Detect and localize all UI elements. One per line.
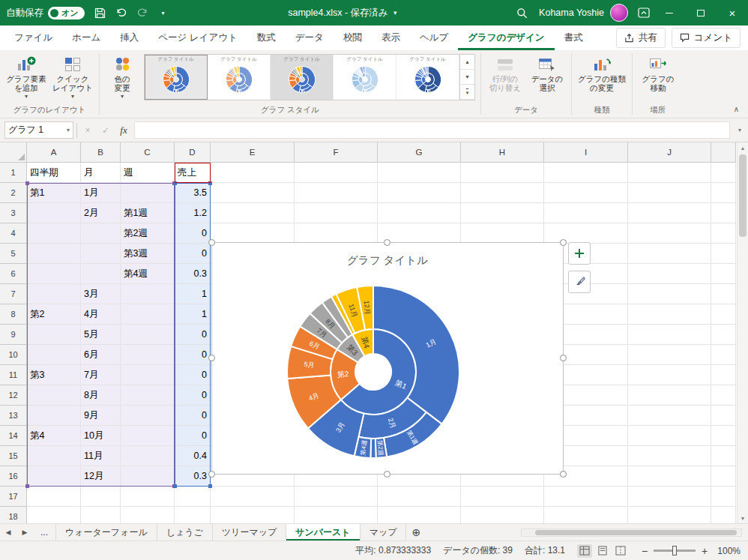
grid-cell[interactable] xyxy=(211,507,295,523)
grid-cell[interactable] xyxy=(711,284,736,304)
column-header[interactable]: H xyxy=(461,142,544,163)
row-header[interactable]: 18 xyxy=(0,507,27,523)
grid-cell[interactable] xyxy=(121,345,175,365)
chart-styles-button[interactable] xyxy=(568,271,591,293)
quick-layout-button[interactable]: クイック レイアウト ▾ xyxy=(49,52,96,102)
name-box[interactable]: グラフ 1 ▾ xyxy=(4,121,73,139)
grid-cell[interactable]: 売上 xyxy=(175,163,211,183)
ribbon-tab[interactable]: 校閲 xyxy=(334,25,372,50)
ribbon-tab[interactable]: グラフのデザイン xyxy=(458,25,554,50)
chart-title[interactable]: グラフ タイトル xyxy=(212,253,563,268)
grid-cell[interactable] xyxy=(628,365,711,385)
grid-cell[interactable]: 第3 xyxy=(27,365,81,385)
gallery-scroll-up-button[interactable]: ▲ xyxy=(460,55,474,70)
grid-cell[interactable] xyxy=(295,183,378,203)
sheet-tab[interactable]: サンバースト xyxy=(286,524,360,541)
collapse-ribbon-button[interactable]: ∧ xyxy=(734,105,739,113)
grid-cell[interactable]: 1月 xyxy=(81,183,121,203)
column-header[interactable]: G xyxy=(378,142,461,163)
chart-object[interactable]: グラフ タイトル 第11月2月第1週第2週第4週3月第24月5月6月第37月8月… xyxy=(211,242,564,475)
grid-cell[interactable] xyxy=(711,223,736,244)
row-header[interactable]: 17 xyxy=(0,487,27,507)
sheet-tab[interactable]: しょうご xyxy=(157,524,213,541)
grid-cell[interactable]: 0 xyxy=(175,345,211,365)
ribbon-tab[interactable]: データ xyxy=(286,25,334,50)
grid-cell[interactable] xyxy=(628,304,711,325)
grid-cell[interactable]: 8月 xyxy=(81,385,121,406)
formula-input[interactable] xyxy=(134,121,730,139)
view-page-break-button[interactable] xyxy=(613,544,628,558)
grid-cell[interactable]: 0.3 xyxy=(175,466,211,487)
grid-cell[interactable] xyxy=(27,507,81,523)
chart-style-option[interactable]: グラフ タイトル xyxy=(145,55,208,100)
maximize-button[interactable] xyxy=(685,0,717,25)
column-header[interactable]: A xyxy=(27,142,81,163)
sheet-tab[interactable]: ツリーマップ xyxy=(213,524,286,541)
grid-cell[interactable] xyxy=(544,163,628,183)
grid-cell[interactable] xyxy=(121,487,175,507)
row-header[interactable]: 13 xyxy=(0,406,27,426)
user-name[interactable]: Kohama Yoshie xyxy=(539,7,604,18)
chart-style-option[interactable]: グラフ タイトル xyxy=(271,55,334,100)
grid-cell[interactable] xyxy=(211,487,295,507)
grid-cell[interactable] xyxy=(711,487,736,507)
zoom-slider[interactable] xyxy=(654,550,696,552)
chart-resize-handle[interactable] xyxy=(208,355,215,361)
grid-cell[interactable] xyxy=(27,223,81,244)
grid-cell[interactable] xyxy=(378,487,461,507)
grid-cell[interactable] xyxy=(711,365,736,385)
column-header[interactable]: E xyxy=(211,142,295,163)
grid-cell[interactable] xyxy=(711,507,736,523)
save-button[interactable] xyxy=(91,3,110,22)
grid-cell[interactable]: 0 xyxy=(175,385,211,406)
grid-cell[interactable]: 週 xyxy=(121,163,175,183)
avatar[interactable] xyxy=(610,4,628,22)
grid-cell[interactable] xyxy=(295,507,378,523)
zoom-in-button[interactable]: + xyxy=(700,545,709,557)
ribbon-tab[interactable]: 挿入 xyxy=(110,25,148,50)
ribbon-tab[interactable]: 表示 xyxy=(372,25,410,50)
grid-cell[interactable] xyxy=(27,345,81,365)
grid-cell[interactable] xyxy=(461,487,544,507)
column-header[interactable]: J xyxy=(628,142,711,163)
grid-cell[interactable] xyxy=(27,203,81,223)
column-header[interactable] xyxy=(711,142,736,163)
grid-cell[interactable] xyxy=(711,203,736,223)
grid-cell[interactable] xyxy=(544,223,628,244)
grid-cell[interactable]: 0 xyxy=(175,365,211,385)
grid-cell[interactable] xyxy=(461,183,544,203)
grid-cell[interactable] xyxy=(211,203,295,223)
grid-cell[interactable]: 月 xyxy=(81,163,121,183)
chart-style-option[interactable]: グラフ タイトル xyxy=(208,55,271,100)
scroll-down-icon[interactable]: ▼ xyxy=(738,513,748,523)
undo-button[interactable] xyxy=(112,3,131,22)
row-header[interactable]: 14 xyxy=(0,426,27,446)
grid-cell[interactable] xyxy=(295,487,378,507)
search-button[interactable] xyxy=(512,3,531,22)
grid-cell[interactable] xyxy=(628,345,711,365)
grid-cell[interactable] xyxy=(121,426,175,446)
zoom-slider-thumb[interactable] xyxy=(672,546,677,556)
grid-cell[interactable]: 0 xyxy=(175,325,211,345)
minimize-button[interactable] xyxy=(654,0,685,25)
grid-cell[interactable] xyxy=(711,466,736,487)
redo-button[interactable] xyxy=(133,3,152,22)
grid-cell[interactable] xyxy=(27,466,81,487)
chart-resize-handle[interactable] xyxy=(208,239,215,246)
row-header[interactable]: 6 xyxy=(0,264,27,284)
autosave-toggle[interactable]: 自動保存 オン xyxy=(6,7,85,19)
grid-cell[interactable] xyxy=(121,365,175,385)
grid-cell[interactable] xyxy=(121,284,175,304)
grid-cell[interactable]: 9月 xyxy=(81,406,121,426)
grid-cell[interactable] xyxy=(27,244,81,264)
grid-cell[interactable] xyxy=(295,203,378,223)
grid-cell[interactable] xyxy=(711,406,736,426)
select-all-button[interactable] xyxy=(0,142,27,163)
chart-elements-button[interactable] xyxy=(568,242,591,265)
insert-function-button[interactable]: fx xyxy=(116,122,131,139)
grid-cell[interactable] xyxy=(628,183,711,203)
column-header[interactable]: C xyxy=(121,142,175,163)
grid-cell[interactable]: 1 xyxy=(175,284,211,304)
sheet-nav-left-button[interactable]: ◀ xyxy=(0,524,16,541)
grid-cell[interactable]: 7月 xyxy=(81,365,121,385)
